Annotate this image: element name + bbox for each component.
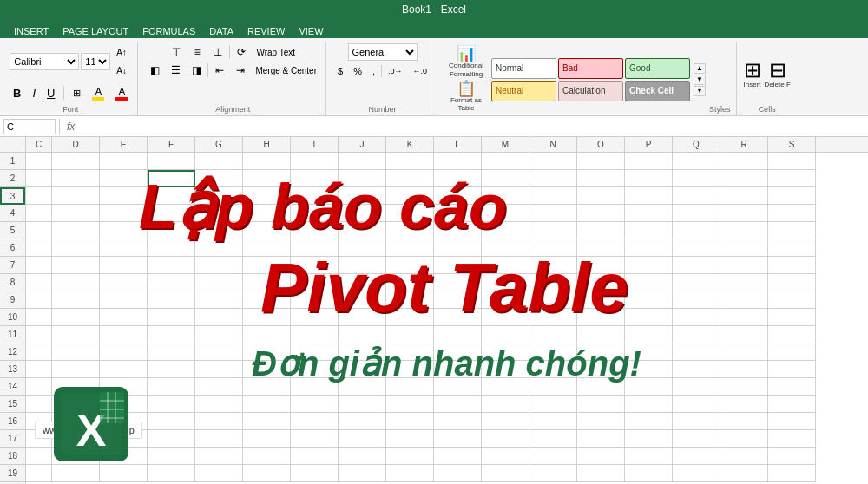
fill-color-button[interactable]: A — [88, 84, 108, 101]
cell-m3[interactable] — [482, 187, 529, 205]
cell-p4[interactable] — [625, 205, 673, 222]
row-header-7[interactable]: 7 — [0, 257, 25, 274]
style-normal-button[interactable]: Normal — [491, 58, 556, 79]
cell-i1[interactable] — [291, 153, 339, 170]
cell-f1[interactable] — [148, 153, 195, 170]
percent-button[interactable]: % — [349, 62, 366, 80]
tab-page-layout[interactable]: PAGE LAYOUT — [56, 24, 135, 38]
row-header-15[interactable]: 15 — [0, 396, 25, 413]
cell-n4[interactable] — [529, 205, 577, 222]
cell-s1[interactable] — [768, 153, 816, 170]
cell-p2[interactable] — [625, 170, 673, 187]
col-header-l[interactable]: L — [434, 137, 482, 152]
row-header-1[interactable]: 1 — [0, 153, 25, 170]
indent-decrease-button[interactable]: ⇤ — [210, 62, 229, 79]
row-header-14[interactable]: 14 — [0, 378, 25, 396]
cell-r4[interactable] — [720, 205, 768, 222]
cell-n1[interactable] — [529, 153, 577, 170]
cell-m1[interactable] — [482, 153, 529, 170]
border-button[interactable]: ⊞ — [69, 84, 85, 101]
row-header-13[interactable]: 13 — [0, 361, 25, 378]
cell-n3[interactable] — [529, 187, 577, 205]
col-header-e[interactable]: E — [100, 137, 148, 152]
cell-r3[interactable] — [720, 187, 768, 205]
col-header-o[interactable]: O — [577, 137, 625, 152]
font-size-selector[interactable]: 11 — [81, 53, 110, 70]
row-header-17[interactable]: 17 — [0, 430, 25, 448]
indent-increase-button[interactable]: ⇥ — [231, 62, 250, 79]
cell-h1[interactable] — [243, 153, 291, 170]
cell-j3[interactable] — [339, 187, 386, 205]
cell-j2[interactable] — [339, 170, 386, 187]
delete-cells-button[interactable]: ⊟ Delete F — [765, 60, 791, 89]
col-header-g[interactable]: G — [195, 137, 243, 152]
align-right-button[interactable]: ◨ — [187, 62, 206, 79]
col-header-d[interactable]: D — [52, 137, 100, 152]
wrap-text-button[interactable]: Wrap Text — [253, 43, 299, 61]
cell-m2[interactable] — [482, 170, 529, 187]
row-header-5[interactable]: 5 — [0, 222, 25, 239]
row-header-19[interactable]: 19 — [0, 465, 25, 482]
comma-button[interactable]: , — [368, 62, 379, 80]
decimal-decrease-button[interactable]: ←.0 — [408, 62, 431, 80]
styles-scroll-down-button[interactable]: ▼ — [694, 75, 706, 85]
row-header-12[interactable]: 12 — [0, 343, 25, 361]
cell-d2[interactable] — [52, 170, 100, 187]
cell-d1[interactable] — [52, 153, 100, 170]
insert-cells-button[interactable]: ⊞ Insert — [744, 60, 761, 89]
col-header-c[interactable]: C — [26, 137, 52, 152]
cell-l4[interactable] — [434, 205, 482, 222]
tab-insert[interactable]: INSERT — [7, 24, 56, 38]
cell-k3[interactable] — [386, 187, 434, 205]
cell-l1[interactable] — [434, 153, 482, 170]
cell-o2[interactable] — [577, 170, 625, 187]
cell-s3[interactable] — [768, 187, 816, 205]
font-name-selector[interactable]: Calibri — [10, 53, 79, 70]
number-format-selector[interactable]: General — [348, 43, 418, 61]
cell-k2[interactable] — [386, 170, 434, 187]
align-top-button[interactable]: ⊤ — [167, 43, 186, 61]
col-header-q[interactable]: Q — [673, 137, 720, 152]
cell-s2[interactable] — [768, 170, 816, 187]
cell-g1[interactable] — [195, 153, 243, 170]
tab-review[interactable]: REVIEW — [240, 24, 292, 38]
cell-h2[interactable] — [243, 170, 291, 187]
conditional-formatting-button[interactable]: 📊 Conditional Formatting — [444, 46, 488, 78]
cell-i4[interactable] — [291, 205, 339, 222]
align-middle-button[interactable]: ≡ — [187, 43, 207, 61]
cell-n2[interactable] — [529, 170, 577, 187]
align-bottom-button[interactable]: ⊥ — [208, 43, 227, 61]
decimal-increase-button[interactable]: .0→ — [384, 62, 407, 80]
format-as-table-button[interactable]: 📋 Format as Table — [444, 81, 488, 113]
cell-i2[interactable] — [291, 170, 339, 187]
col-header-m[interactable]: M — [482, 137, 529, 152]
cell-s4[interactable] — [768, 205, 816, 222]
col-header-r[interactable]: R — [720, 137, 768, 152]
cell-r1[interactable] — [720, 153, 768, 170]
style-neutral-button[interactable]: Neutral — [491, 81, 556, 101]
row-header-11[interactable]: 11 — [0, 326, 25, 343]
tab-data[interactable]: DATA — [202, 24, 240, 38]
cell-k4[interactable] — [386, 205, 434, 222]
row-header-9[interactable]: 9 — [0, 291, 25, 309]
cell-l3[interactable] — [434, 187, 482, 205]
row-header-16[interactable]: 16 — [0, 413, 25, 430]
col-header-i[interactable]: I — [291, 137, 339, 152]
merge-center-button[interactable]: Merge & Center — [252, 62, 320, 79]
name-box[interactable] — [3, 119, 56, 134]
cell-e4[interactable] — [100, 205, 148, 222]
style-checkcell-button[interactable]: Check Cell — [625, 81, 690, 101]
styles-expand-button[interactable]: ▾ — [694, 86, 706, 96]
cell-o1[interactable] — [577, 153, 625, 170]
cell-q3[interactable] — [673, 187, 720, 205]
align-center-button[interactable]: ☰ — [166, 62, 185, 79]
cell-c1[interactable] — [26, 153, 52, 170]
cell-g3[interactable] — [195, 187, 243, 205]
cell-j1[interactable] — [339, 153, 386, 170]
cell-d4[interactable] — [52, 205, 100, 222]
cell-m4[interactable] — [482, 205, 529, 222]
cell-q2[interactable] — [673, 170, 720, 187]
shrink-font-button[interactable]: A↓ — [112, 62, 131, 79]
cell-k1[interactable] — [386, 153, 434, 170]
cell-q1[interactable] — [673, 153, 720, 170]
